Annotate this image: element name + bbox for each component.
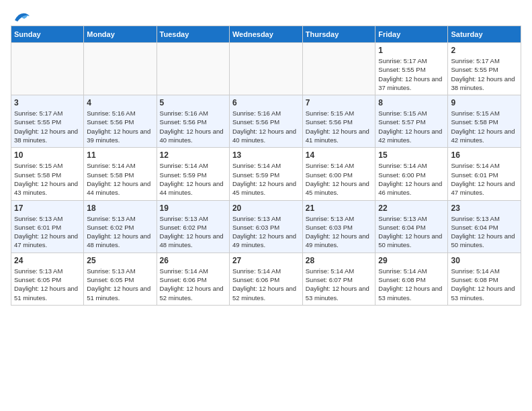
calendar-cell: 7Sunrise: 5:15 AM Sunset: 5:56 PM Daylig…	[302, 95, 375, 148]
calendar-cell	[11, 43, 84, 95]
day-info: Sunrise: 5:14 AM Sunset: 5:58 PM Dayligh…	[87, 161, 153, 197]
day-number: 19	[160, 203, 226, 213]
calendar-cell: 6Sunrise: 5:16 AM Sunset: 5:56 PM Daylig…	[229, 95, 302, 148]
calendar-cell	[302, 43, 375, 95]
day-info: Sunrise: 5:14 AM Sunset: 6:06 PM Dayligh…	[160, 267, 226, 302]
calendar-cell: 20Sunrise: 5:13 AM Sunset: 6:03 PM Dayli…	[229, 200, 302, 253]
day-number: 17	[14, 203, 81, 213]
calendar-week-1: 1Sunrise: 5:17 AM Sunset: 5:55 PM Daylig…	[11, 43, 521, 95]
calendar-cell: 29Sunrise: 5:14 AM Sunset: 6:08 PM Dayli…	[375, 253, 448, 305]
day-number: 6	[232, 98, 300, 107]
day-info: Sunrise: 5:13 AM Sunset: 6:01 PM Dayligh…	[14, 214, 81, 250]
col-header-monday: Monday	[84, 26, 157, 43]
day-number: 9	[451, 98, 518, 107]
day-number: 1	[378, 46, 445, 55]
day-info: Sunrise: 5:13 AM Sunset: 6:05 PM Dayligh…	[14, 267, 81, 302]
day-number: 4	[87, 98, 153, 107]
col-header-friday: Friday	[375, 26, 448, 43]
day-info: Sunrise: 5:13 AM Sunset: 6:02 PM Dayligh…	[160, 214, 226, 250]
calendar-cell	[229, 43, 302, 95]
day-number: 14	[306, 150, 373, 160]
calendar-cell: 17Sunrise: 5:13 AM Sunset: 6:01 PM Dayli…	[11, 200, 84, 253]
day-number: 18	[87, 203, 153, 213]
day-info: Sunrise: 5:13 AM Sunset: 6:02 PM Dayligh…	[87, 214, 153, 250]
day-number: 11	[87, 150, 153, 160]
calendar-cell: 21Sunrise: 5:13 AM Sunset: 6:03 PM Dayli…	[302, 200, 375, 253]
day-number: 22	[378, 203, 445, 213]
day-number: 21	[306, 203, 373, 213]
day-info: Sunrise: 5:13 AM Sunset: 6:03 PM Dayligh…	[306, 214, 373, 250]
calendar-cell	[84, 43, 157, 95]
day-number: 29	[378, 256, 445, 265]
day-info: Sunrise: 5:15 AM Sunset: 5:56 PM Dayligh…	[306, 109, 373, 144]
calendar-cell: 24Sunrise: 5:13 AM Sunset: 6:05 PM Dayli…	[11, 253, 84, 305]
day-info: Sunrise: 5:16 AM Sunset: 5:56 PM Dayligh…	[87, 109, 153, 144]
day-info: Sunrise: 5:14 AM Sunset: 6:08 PM Dayligh…	[378, 267, 445, 302]
day-info: Sunrise: 5:16 AM Sunset: 5:56 PM Dayligh…	[232, 109, 300, 144]
calendar-cell: 2Sunrise: 5:17 AM Sunset: 5:55 PM Daylig…	[448, 43, 521, 95]
col-header-thursday: Thursday	[302, 26, 375, 43]
calendar-week-4: 17Sunrise: 5:13 AM Sunset: 6:01 PM Dayli…	[11, 200, 521, 253]
day-info: Sunrise: 5:14 AM Sunset: 6:01 PM Dayligh…	[451, 161, 518, 197]
day-info: Sunrise: 5:13 AM Sunset: 6:03 PM Dayligh…	[232, 214, 300, 250]
calendar-cell	[157, 43, 229, 95]
calendar-cell: 13Sunrise: 5:14 AM Sunset: 5:59 PM Dayli…	[229, 148, 302, 200]
day-number: 20	[232, 203, 300, 213]
calendar-cell: 3Sunrise: 5:17 AM Sunset: 5:55 PM Daylig…	[11, 95, 84, 148]
calendar-cell: 28Sunrise: 5:14 AM Sunset: 6:07 PM Dayli…	[302, 253, 375, 305]
calendar-week-5: 24Sunrise: 5:13 AM Sunset: 6:05 PM Dayli…	[11, 253, 521, 305]
calendar-cell: 14Sunrise: 5:14 AM Sunset: 6:00 PM Dayli…	[302, 148, 375, 200]
day-number: 23	[451, 203, 518, 213]
logo-bird-icon	[12, 11, 31, 23]
day-number: 10	[14, 150, 81, 160]
calendar-cell: 9Sunrise: 5:15 AM Sunset: 5:58 PM Daylig…	[448, 95, 521, 148]
calendar-header-row: SundayMondayTuesdayWednesdayThursdayFrid…	[11, 26, 521, 43]
calendar-cell: 11Sunrise: 5:14 AM Sunset: 5:58 PM Dayli…	[84, 148, 157, 200]
day-number: 12	[160, 150, 226, 160]
day-number: 13	[232, 150, 300, 160]
day-number: 24	[14, 256, 81, 265]
day-info: Sunrise: 5:17 AM Sunset: 5:55 PM Dayligh…	[14, 109, 81, 144]
calendar-cell: 16Sunrise: 5:14 AM Sunset: 6:01 PM Dayli…	[448, 148, 521, 200]
col-header-sunday: Sunday	[11, 26, 84, 43]
calendar-week-3: 10Sunrise: 5:15 AM Sunset: 5:58 PM Dayli…	[11, 148, 521, 200]
calendar-cell: 12Sunrise: 5:14 AM Sunset: 5:59 PM Dayli…	[157, 148, 229, 200]
calendar-cell: 8Sunrise: 5:15 AM Sunset: 5:57 PM Daylig…	[375, 95, 448, 148]
calendar-cell: 23Sunrise: 5:13 AM Sunset: 6:04 PM Dayli…	[448, 200, 521, 253]
day-number: 7	[306, 98, 373, 107]
calendar-cell: 19Sunrise: 5:13 AM Sunset: 6:02 PM Dayli…	[157, 200, 229, 253]
logo	[11, 11, 31, 20]
day-number: 27	[232, 256, 300, 265]
day-number: 15	[378, 150, 445, 160]
day-info: Sunrise: 5:13 AM Sunset: 6:04 PM Dayligh…	[451, 214, 518, 250]
calendar-cell: 26Sunrise: 5:14 AM Sunset: 6:06 PM Dayli…	[157, 253, 229, 305]
page-header	[11, 11, 521, 20]
day-info: Sunrise: 5:15 AM Sunset: 5:57 PM Dayligh…	[378, 109, 445, 144]
day-info: Sunrise: 5:15 AM Sunset: 5:58 PM Dayligh…	[14, 161, 81, 197]
day-info: Sunrise: 5:13 AM Sunset: 6:04 PM Dayligh…	[378, 214, 445, 250]
calendar-cell: 30Sunrise: 5:14 AM Sunset: 6:08 PM Dayli…	[448, 253, 521, 305]
day-info: Sunrise: 5:14 AM Sunset: 5:59 PM Dayligh…	[232, 161, 300, 197]
col-header-tuesday: Tuesday	[157, 26, 229, 43]
calendar-table: SundayMondayTuesdayWednesdayThursdayFrid…	[11, 26, 521, 306]
calendar-cell: 1Sunrise: 5:17 AM Sunset: 5:55 PM Daylig…	[375, 43, 448, 95]
calendar-cell: 22Sunrise: 5:13 AM Sunset: 6:04 PM Dayli…	[375, 200, 448, 253]
day-number: 8	[378, 98, 445, 107]
day-info: Sunrise: 5:17 AM Sunset: 5:55 PM Dayligh…	[451, 56, 518, 92]
day-info: Sunrise: 5:13 AM Sunset: 6:05 PM Dayligh…	[87, 267, 153, 302]
calendar-cell: 27Sunrise: 5:14 AM Sunset: 6:06 PM Dayli…	[229, 253, 302, 305]
day-info: Sunrise: 5:14 AM Sunset: 6:00 PM Dayligh…	[378, 161, 445, 197]
calendar-cell: 25Sunrise: 5:13 AM Sunset: 6:05 PM Dayli…	[84, 253, 157, 305]
calendar-week-2: 3Sunrise: 5:17 AM Sunset: 5:55 PM Daylig…	[11, 95, 521, 148]
day-info: Sunrise: 5:14 AM Sunset: 6:00 PM Dayligh…	[306, 161, 373, 197]
col-header-saturday: Saturday	[448, 26, 521, 43]
day-info: Sunrise: 5:14 AM Sunset: 5:59 PM Dayligh…	[160, 161, 226, 197]
day-info: Sunrise: 5:17 AM Sunset: 5:55 PM Dayligh…	[378, 56, 445, 92]
calendar-cell: 10Sunrise: 5:15 AM Sunset: 5:58 PM Dayli…	[11, 148, 84, 200]
day-number: 28	[306, 256, 373, 265]
day-info: Sunrise: 5:15 AM Sunset: 5:58 PM Dayligh…	[451, 109, 518, 144]
day-number: 25	[87, 256, 153, 265]
day-number: 30	[451, 256, 518, 265]
calendar-cell: 15Sunrise: 5:14 AM Sunset: 6:00 PM Dayli…	[375, 148, 448, 200]
calendar-cell: 18Sunrise: 5:13 AM Sunset: 6:02 PM Dayli…	[84, 200, 157, 253]
